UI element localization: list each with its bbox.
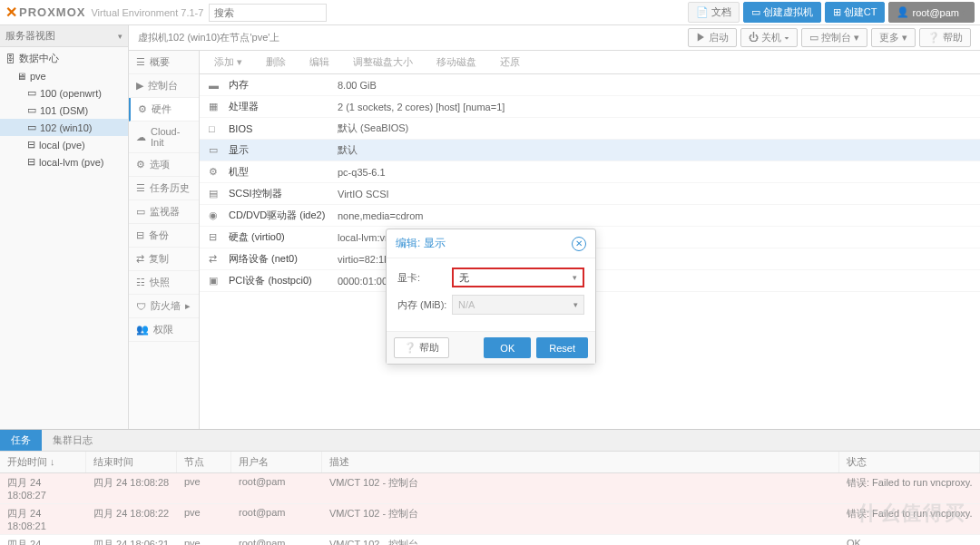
menu-hardware[interactable]: ⚙ 硬件 xyxy=(129,98,199,122)
hw-value: pc-q35-6.1 xyxy=(338,167,386,178)
task-row[interactable]: 四月 24 18:08:21四月 24 18:08:22pveroot@pamV… xyxy=(0,504,980,535)
task-row[interactable]: 四月 24 18:08:27四月 24 18:08:28pveroot@pamV… xyxy=(0,473,980,504)
graphics-card-select[interactable]: 无▾ xyxy=(452,268,584,287)
add-button[interactable]: 添加 ▾ xyxy=(205,54,251,71)
remove-button[interactable]: 删除 xyxy=(257,54,295,71)
dialog-help-button[interactable]: ❔ 帮助 xyxy=(394,337,449,358)
console-button[interactable]: ▭ 控制台 ▾ xyxy=(801,28,867,47)
col-endtime[interactable]: 结束时间 xyxy=(86,452,177,472)
hw-name: PCI设备 (hostpci0) xyxy=(229,274,338,287)
move-button[interactable]: 移动磁盘 xyxy=(427,54,485,71)
chevron-down-icon: ▾ xyxy=(573,273,577,282)
hw-value: 8.00 GiB xyxy=(338,80,377,91)
hardware-row[interactable]: ▬内存8.00 GiB xyxy=(200,74,980,96)
edit-display-dialog: 编辑: 显示 ✕ 显卡: 无▾ 内存 (MiB): N/A▾ ❔ 帮助 OK R… xyxy=(386,229,596,365)
hw-value: VirtIO SCSI xyxy=(338,189,389,200)
menu-firewall[interactable]: 🛡 防火墙 ▸ xyxy=(129,295,199,318)
hw-value: 2 (1 sockets, 2 cores) [host] [numa=1] xyxy=(338,102,505,112)
tree-storage-local[interactable]: ⊟ local (pve) xyxy=(0,136,128,153)
hw-name: 机型 xyxy=(229,165,338,179)
graphics-card-label: 显卡: xyxy=(397,271,452,285)
hw-name: CD/DVD驱动器 (ide2) xyxy=(229,209,338,222)
tree-node-pve[interactable]: 🖥 pve xyxy=(0,68,128,84)
hw-icon: ▤ xyxy=(209,188,221,200)
hw-name: SCSI控制器 xyxy=(229,187,338,200)
hw-icon: ▭ xyxy=(209,144,221,156)
hw-name: 处理器 xyxy=(229,100,338,113)
hw-name: BIOS xyxy=(229,123,338,134)
logo-text: PROXMOX xyxy=(19,5,85,19)
menu-taskhistory[interactable]: ☰ 任务历史 xyxy=(129,177,199,200)
hardware-row[interactable]: ⚙机型pc-q35-6.1 xyxy=(200,161,980,183)
menu-backup[interactable]: ⊟ 备份 xyxy=(129,224,199,248)
edit-button[interactable]: 编辑 xyxy=(300,54,338,71)
col-user[interactable]: 用户名 xyxy=(231,452,322,472)
hw-icon: ⇄ xyxy=(209,253,221,265)
menu-replication[interactable]: ⇄ 复制 xyxy=(129,248,199,271)
hw-icon: □ xyxy=(209,123,221,134)
hw-icon: ◉ xyxy=(209,209,221,221)
logo-icon: ✕ xyxy=(5,4,17,21)
more-button[interactable]: 更多 ▾ xyxy=(871,28,916,47)
memory-input: N/A▾ xyxy=(452,295,584,315)
create-vm-button[interactable]: ▭ 创建虚拟机 xyxy=(743,2,821,23)
hw-value: none,media=cdrom xyxy=(338,210,423,221)
close-icon[interactable]: ✕ xyxy=(572,237,586,251)
reset-button[interactable]: Reset xyxy=(536,337,588,358)
sidebar-view-selector[interactable]: 服务器视图▾ xyxy=(0,25,128,47)
hw-name: 显示 xyxy=(229,143,338,157)
menu-options[interactable]: ⚙ 选项 xyxy=(129,153,199,177)
docs-button[interactable]: 📄 文档 xyxy=(688,2,740,23)
resize-button[interactable]: 调整磁盘大小 xyxy=(344,54,422,71)
start-button[interactable]: ▶ 启动 xyxy=(688,28,737,47)
version-text: Virtual Environment 7.1-7 xyxy=(91,7,203,18)
col-desc[interactable]: 描述 xyxy=(322,452,839,472)
shutdown-button[interactable]: ⏻ 关机 ▾ xyxy=(740,28,798,47)
tab-tasks[interactable]: 任务 xyxy=(0,430,42,451)
hw-name: 硬盘 (virtio0) xyxy=(229,230,338,244)
task-row[interactable]: 四月 24 18:04:27四月 24 18:06:21pveroot@pamV… xyxy=(0,535,980,545)
help-button[interactable]: ❔ 帮助 xyxy=(919,28,971,47)
ok-button[interactable]: OK xyxy=(484,337,531,358)
revert-button[interactable]: 还原 xyxy=(491,54,529,71)
breadcrumb: 虚拟机102 (win10)在节点'pve'上 xyxy=(138,31,279,44)
menu-monitor[interactable]: ▭ 监视器 xyxy=(129,200,199,224)
hardware-row[interactable]: □BIOS默认 (SeaBIOS) xyxy=(200,118,980,140)
hardware-row[interactable]: ▦处理器2 (1 sockets, 2 cores) [host] [numa=… xyxy=(200,96,980,118)
dialog-title: 编辑: 显示 xyxy=(396,236,446,251)
col-starttime[interactable]: 开始时间 ↓ xyxy=(0,452,86,472)
tree-vm-102[interactable]: ▭ 102 (win10) xyxy=(0,119,128,136)
tree-vm-100[interactable]: ▭ 100 (openwrt) xyxy=(0,84,128,102)
hardware-row[interactable]: ◉CD/DVD驱动器 (ide2)none,media=cdrom xyxy=(200,205,980,227)
menu-permissions[interactable]: 👥 权限 xyxy=(129,318,199,342)
tree-datacenter[interactable]: 🗄 数据中心 xyxy=(0,49,128,68)
hw-icon: ▦ xyxy=(209,101,221,112)
col-status[interactable]: 状态 xyxy=(839,452,980,472)
menu-summary[interactable]: ☰ 概要 xyxy=(129,51,199,74)
hw-name: 内存 xyxy=(229,78,338,92)
hw-value: 默认 (SeaBIOS) xyxy=(338,122,408,135)
hw-icon: ▣ xyxy=(209,275,221,287)
memory-label: 内存 (MiB): xyxy=(397,298,452,312)
col-node[interactable]: 节点 xyxy=(177,452,231,472)
menu-snapshot[interactable]: ☷ 快照 xyxy=(129,271,199,295)
hw-value: 默认 xyxy=(338,143,358,157)
menu-cloudinit[interactable]: ☁ Cloud-Init xyxy=(129,122,199,153)
create-ct-button[interactable]: ⊞ 创建CT xyxy=(825,2,886,23)
hw-name: 网络设备 (net0) xyxy=(229,252,338,266)
hw-icon: ⚙ xyxy=(209,166,221,178)
user-button[interactable]: 👤 root@pam ▾ xyxy=(888,2,975,23)
tree-vm-101[interactable]: ▭ 101 (DSM) xyxy=(0,102,128,119)
hw-icon: ⊟ xyxy=(209,231,221,243)
menu-console[interactable]: ▶ 控制台 xyxy=(129,74,199,98)
search-input[interactable] xyxy=(209,4,327,22)
tab-cluster-log[interactable]: 集群日志 xyxy=(42,430,103,451)
logo: ✕ PROXMOX xyxy=(5,4,85,21)
hardware-row[interactable]: ▭显示默认 xyxy=(200,140,980,161)
hardware-row[interactable]: ▤SCSI控制器VirtIO SCSI xyxy=(200,183,980,205)
hw-icon: ▬ xyxy=(209,80,221,91)
tree-storage-localvm[interactable]: ⊟ local-lvm (pve) xyxy=(0,153,128,170)
